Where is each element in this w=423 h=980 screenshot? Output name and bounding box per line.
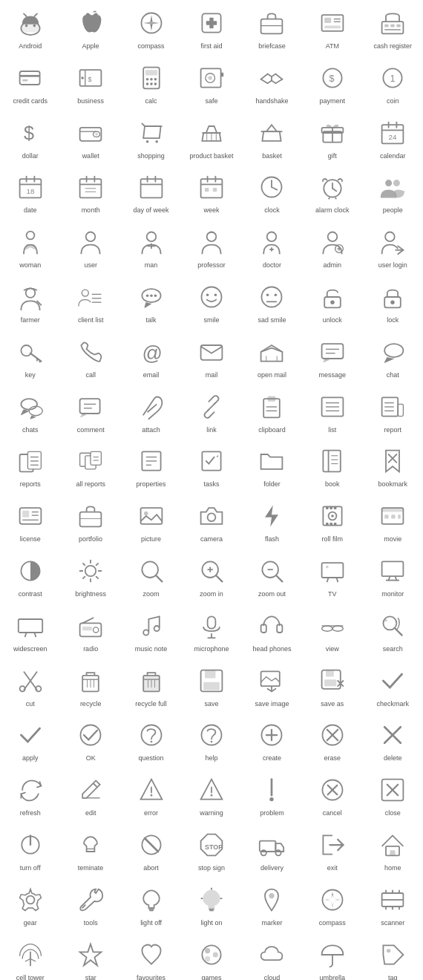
icon-item-reports[interactable]: reports <box>0 438 60 493</box>
icon-item-coin[interactable]: 1coin <box>363 55 423 110</box>
icon-item-link[interactable]: link <box>181 384 241 439</box>
icon-item-report[interactable]: report <box>363 384 423 439</box>
icon-item-payment[interactable]: $payment <box>302 55 362 110</box>
icon-item-chats[interactable]: chats <box>0 384 60 439</box>
icon-item-list[interactable]: list <box>302 384 362 439</box>
icon-item-error[interactable]: error <box>121 767 181 822</box>
icon-item-cell-tower[interactable]: cell tower <box>0 932 60 980</box>
icon-item-atm[interactable]: ATM <box>302 0 362 55</box>
icon-item-professor[interactable]: professor <box>181 219 241 274</box>
icon-item-stop-sign[interactable]: STOPstop sign <box>181 822 241 877</box>
icon-item-contrast[interactable]: contrast <box>0 548 60 603</box>
icon-item-briefcase[interactable]: briefcase <box>242 0 302 55</box>
icon-item-clock[interactable]: clock <box>242 164 302 219</box>
icon-item-save[interactable]: save <box>181 658 241 713</box>
icon-item-apple[interactable]: Apple <box>60 0 120 55</box>
icon-item-zoom[interactable]: zoom <box>121 548 181 603</box>
icon-item-man[interactable]: man <box>121 219 181 274</box>
icon-item-radio[interactable]: radio <box>60 603 120 658</box>
icon-item-book[interactable]: book <box>302 438 362 493</box>
icon-item-unlock[interactable]: unlock <box>302 274 362 329</box>
icon-item-favourites[interactable]: favourites <box>121 932 181 980</box>
icon-item-terminate[interactable]: teminate <box>60 822 120 877</box>
icon-item-cloud[interactable]: cloud <box>242 932 302 980</box>
icon-item-zoom-in[interactable]: zoom in <box>181 548 241 603</box>
icon-item-tools[interactable]: tools <box>60 877 120 932</box>
icon-item-date[interactable]: 18date <box>0 164 60 219</box>
icon-item-recycle-full[interactable]: recycle full <box>121 658 181 713</box>
icon-item-save-as[interactable]: save as <box>302 658 362 713</box>
icon-item-picture[interactable]: picture <box>121 493 181 548</box>
icon-item-tv[interactable]: TV <box>302 548 362 603</box>
icon-item-folder[interactable]: folder <box>242 438 302 493</box>
icon-item-save-image[interactable]: save image <box>242 658 302 713</box>
icon-item-games[interactable]: games <box>181 932 241 980</box>
icon-item-zoom-out[interactable]: zoom out <box>242 548 302 603</box>
icon-item-question[interactable]: question <box>121 712 181 767</box>
icon-item-ok[interactable]: OK <box>60 712 120 767</box>
icon-item-doctor[interactable]: doctor <box>242 219 302 274</box>
icon-item-roll-film[interactable]: roll film <box>302 493 362 548</box>
icon-item-week[interactable]: week <box>181 164 241 219</box>
icon-item-search[interactable]: search <box>363 603 423 658</box>
icon-item-dollar[interactable]: $dollar <box>0 110 60 165</box>
icon-item-compass2[interactable]: compass <box>302 877 362 932</box>
icon-item-home[interactable]: home <box>363 822 423 877</box>
icon-item-first-aid[interactable]: first aid <box>181 0 241 55</box>
icon-item-open-mail[interactable]: open mail <box>242 329 302 384</box>
icon-item-smile[interactable]: smile <box>181 274 241 329</box>
icon-item-delivery[interactable]: delivery <box>242 822 302 877</box>
icon-item-basket[interactable]: basket <box>242 110 302 165</box>
icon-item-tasks[interactable]: tasks <box>181 438 241 493</box>
icon-item-umbrella[interactable]: umbrella <box>302 932 362 980</box>
icon-item-chat[interactable]: chat <box>363 329 423 384</box>
icon-item-brightness[interactable]: brightness <box>60 548 120 603</box>
icon-item-client-list[interactable]: client list <box>60 274 120 329</box>
icon-item-farmer[interactable]: farmer <box>0 274 60 329</box>
icon-item-safe[interactable]: safe <box>181 55 241 110</box>
icon-item-calendar[interactable]: 24calendar <box>363 110 423 165</box>
icon-item-exit[interactable]: exit <box>302 822 362 877</box>
icon-item-monitor[interactable]: monitor <box>363 548 423 603</box>
icon-item-widescreen[interactable]: widescreen <box>0 603 60 658</box>
icon-item-handshake[interactable]: handshake <box>242 55 302 110</box>
icon-item-create[interactable]: create <box>242 712 302 767</box>
icon-item-checkmark[interactable]: checkmark <box>363 658 423 713</box>
icon-item-abort[interactable]: abort <box>121 822 181 877</box>
icon-item-email[interactable]: @email <box>121 329 181 384</box>
icon-item-microphone[interactable]: microphone <box>181 603 241 658</box>
icon-item-all-reports[interactable]: all reports <box>60 438 120 493</box>
icon-item-head-phones[interactable]: head phones <box>242 603 302 658</box>
icon-item-cancel[interactable]: cancel <box>302 767 362 822</box>
icon-item-woman[interactable]: woman <box>0 219 60 274</box>
icon-item-shopping[interactable]: shopping <box>121 110 181 165</box>
icon-item-properties[interactable]: properties <box>121 438 181 493</box>
icon-item-sad-smile[interactable]: sad smile <box>242 274 302 329</box>
icon-item-gift[interactable]: gift <box>302 110 362 165</box>
icon-item-problem[interactable]: problem <box>242 767 302 822</box>
icon-item-erase[interactable]: erase <box>302 712 362 767</box>
icon-item-bookmark[interactable]: bookmark <box>363 438 423 493</box>
icon-item-music-note[interactable]: music note <box>121 603 181 658</box>
icon-item-comment[interactable]: comment <box>60 384 120 439</box>
icon-item-user[interactable]: user <box>60 219 120 274</box>
icon-item-android[interactable]: Android <box>0 0 60 55</box>
icon-item-cut[interactable]: cut <box>0 658 60 713</box>
icon-item-product-basket[interactable]: product basket <box>181 110 241 165</box>
icon-item-key[interactable]: key <box>0 329 60 384</box>
icon-item-call[interactable]: call <box>60 329 120 384</box>
icon-item-close[interactable]: close <box>363 767 423 822</box>
icon-item-month[interactable]: month <box>60 164 120 219</box>
icon-item-business[interactable]: $business <box>60 55 120 110</box>
icon-item-cash-register[interactable]: cash register <box>363 0 423 55</box>
icon-item-recycle[interactable]: recycle <box>60 658 120 713</box>
icon-item-alarm-clock[interactable]: alarm clock <box>302 164 362 219</box>
icon-item-star[interactable]: star <box>60 932 120 980</box>
icon-item-day-of-week[interactable]: day of week <box>121 164 181 219</box>
icon-item-compass[interactable]: compass <box>121 0 181 55</box>
icon-item-help[interactable]: help <box>181 712 241 767</box>
icon-item-message[interactable]: message <box>302 329 362 384</box>
icon-item-edit[interactable]: edit <box>60 767 120 822</box>
icon-item-warning[interactable]: warning <box>181 767 241 822</box>
icon-item-tag[interactable]: tag <box>363 932 423 980</box>
